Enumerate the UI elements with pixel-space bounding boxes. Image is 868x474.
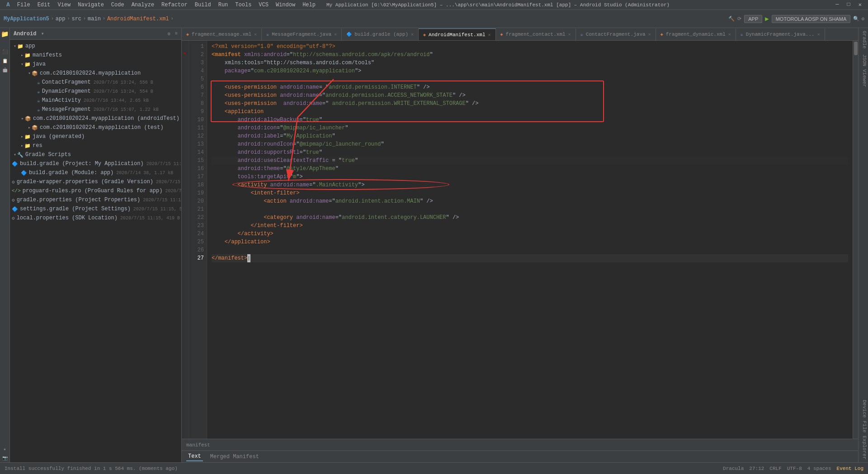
tree-label-res: res bbox=[33, 142, 42, 149]
tab-close-fragment-contact[interactable]: ✕ bbox=[568, 32, 571, 37]
breadcrumb-main[interactable]: main bbox=[88, 16, 101, 22]
menu-view[interactable]: View bbox=[55, 1, 73, 9]
tab-icon-fragment-message: ◈ bbox=[186, 32, 189, 37]
tab-label-fragment-message: fragment_message.xml bbox=[192, 32, 251, 37]
close-button[interactable]: ✕ bbox=[856, 0, 864, 9]
tab-close-build-gradle[interactable]: ✕ bbox=[411, 32, 414, 37]
tree-item-mainactivity[interactable]: ☕ MainActivity 2020/7/16 13:44, 2.65 kB bbox=[10, 96, 181, 105]
code-content[interactable]: <?xml version="1.0" encoding="utf-8"?> <… bbox=[207, 41, 853, 439]
tree-item-build-gradle-module[interactable]: 🔷 build.gradle (Module: app) 2020/7/14 3… bbox=[10, 168, 181, 177]
tree-item-manifests[interactable]: ▸ 📁 manifests bbox=[10, 51, 181, 60]
tab-close-messagefragment[interactable]: ✕ bbox=[334, 32, 337, 37]
toolbar-icon-sync[interactable]: ⟳ bbox=[737, 16, 741, 22]
tree-label-test: com.c201801020224.myapplication (test) bbox=[40, 124, 164, 131]
scrollbar-thumb[interactable] bbox=[854, 42, 858, 55]
tab-fragment-message[interactable]: ◈ fragment_message.xml ✕ bbox=[182, 28, 262, 40]
run-config-selector[interactable]: APP bbox=[744, 15, 762, 23]
tree-item-gradle-wrapper[interactable]: ⚙ gradle-wrapper.properties (Gradle Vers… bbox=[10, 177, 181, 186]
editor-scrollbar[interactable] bbox=[853, 41, 858, 439]
tab-build-gradle[interactable]: 🔷 build.gradle (app) ✕ bbox=[342, 28, 419, 40]
tree-item-app[interactable]: ▾ 📁 app bbox=[10, 42, 181, 51]
toolbar-icon-hammer[interactable]: 🔨 bbox=[728, 16, 735, 22]
right-panel-device[interactable]: Device File Explorer bbox=[859, 397, 868, 462]
tree-item-contactfragment[interactable]: ☕ ContactFragment 2020/7/16 13:24, 556 B bbox=[10, 78, 181, 87]
breadcrumb-src[interactable]: src bbox=[71, 16, 81, 22]
maximize-button[interactable]: □ bbox=[844, 0, 853, 9]
menu-build[interactable]: Build bbox=[192, 1, 214, 9]
tab-fragment-contact[interactable]: ◈ fragment_contact.xml ✕ bbox=[496, 28, 576, 40]
tab-contactfragment[interactable]: ☕ ContactFragment.java ✕ bbox=[576, 28, 656, 40]
minimize-button[interactable]: ─ bbox=[833, 0, 841, 9]
menu-vcs[interactable]: VCS bbox=[256, 1, 271, 9]
tree-item-dynamicfragment[interactable]: ☕ DynamicFragment 2020/7/16 13:24, 554 B bbox=[10, 87, 181, 96]
menu-analyze[interactable]: Analyze bbox=[129, 1, 157, 9]
menu-window[interactable]: Window bbox=[273, 1, 298, 9]
tab-messagefragment[interactable]: ☕ MessageFragment.java ✕ bbox=[262, 28, 342, 40]
tree-item-java[interactable]: ▾ 📁 java bbox=[10, 60, 181, 69]
tab-dynamicfragment[interactable]: ☕ DynamicFragment.java... ✕ bbox=[736, 28, 825, 40]
gutter-spacer-5 bbox=[182, 73, 189, 81]
status-encoding[interactable]: UTF-8 bbox=[787, 466, 802, 471]
status-indent[interactable]: 4 spaces bbox=[807, 466, 831, 471]
sidebar-project-icon[interactable]: 📁 bbox=[1, 30, 9, 38]
sidebar-structure-icon[interactable]: ⬛ bbox=[1, 48, 9, 56]
tree-item-res[interactable]: ▸ 📁 res bbox=[10, 141, 181, 150]
tree-item-test[interactable]: ▸ 📦 com.c201801020224.myapplication (tes… bbox=[10, 123, 181, 132]
tree-item-gradle-properties[interactable]: ⚙ gradle.properties (Project Properties)… bbox=[10, 195, 181, 204]
tab-androidmanifest[interactable]: ◈ AndroidManifest.xml ✕ bbox=[419, 28, 495, 40]
tree-item-androidtest[interactable]: ▸ 📦 com.c201801020224.myapplication (and… bbox=[10, 114, 181, 123]
project-dropdown-icon[interactable]: ▾ bbox=[41, 30, 44, 37]
tree-item-local-properties[interactable]: ⚙ local.properties (SDK Location) 2020/7… bbox=[10, 213, 181, 223]
sidebar-android-icon[interactable]: 🤖 bbox=[1, 66, 9, 74]
tab-close-dynamicfragment[interactable]: ✕ bbox=[817, 32, 820, 37]
sidebar-favorites-icon[interactable]: ★ bbox=[1, 445, 9, 453]
tab-close-fragment-message[interactable]: ✕ bbox=[254, 32, 257, 37]
tab-close-fragment-dynamic[interactable]: ✕ bbox=[728, 32, 731, 37]
menu-navigate[interactable]: Navigate bbox=[75, 1, 107, 9]
folder-icon-res: 📁 bbox=[24, 143, 31, 149]
tree-arrow-manifests: ▸ bbox=[21, 52, 24, 58]
project-panel-icon2[interactable]: ≡ bbox=[175, 31, 178, 36]
status-event-log[interactable]: Event Log bbox=[837, 466, 863, 471]
menu-file[interactable]: File bbox=[14, 1, 33, 9]
tab-close-contactfragment[interactable]: ✕ bbox=[648, 32, 651, 37]
breadcrumb-project[interactable]: MyApplication5 bbox=[4, 16, 49, 22]
tree-item-messagefragment[interactable]: ☕ MessageFragment 2020/7/16 15:07, 1.22 … bbox=[10, 105, 181, 114]
gradle-icon-module: 🔷 bbox=[21, 170, 27, 176]
right-panel-gradle[interactable]: Gradle bbox=[859, 28, 868, 52]
toolbar-search-icon[interactable]: 🔍 bbox=[853, 16, 859, 22]
menu-tools[interactable]: Tools bbox=[232, 1, 254, 9]
menu-code[interactable]: Code bbox=[108, 1, 127, 9]
code-editor[interactable]: ● 1 2 3 4 5 6 7 bbox=[182, 41, 858, 462]
tab-fragment-dynamic[interactable]: ◈ fragment_dynamic.xml ✕ bbox=[656, 28, 736, 40]
menu-refactor[interactable]: Refactor bbox=[159, 1, 190, 9]
menu-edit[interactable]: Edit bbox=[35, 1, 53, 9]
status-theme[interactable]: Dracula bbox=[723, 466, 744, 471]
tab-merged-manifest[interactable]: Merged Manifest bbox=[208, 453, 261, 461]
line-num-7: 7 bbox=[189, 91, 204, 100]
sidebar-resource-icon[interactable]: 📋 bbox=[1, 57, 9, 65]
tree-item-build-gradle-project[interactable]: 🔷 build.gradle (Project: My Application)… bbox=[10, 159, 181, 168]
menu-run[interactable]: Run bbox=[216, 1, 231, 9]
right-panel-json[interactable]: JSON Viewer bbox=[859, 52, 868, 90]
breadcrumb-app[interactable]: app bbox=[56, 16, 66, 22]
status-line-sep[interactable]: CRLF bbox=[769, 466, 781, 471]
tree-item-proguard[interactable]: </> proguard-rules.pro (ProGuard Rules f… bbox=[10, 186, 181, 195]
tab-close-androidmanifest[interactable]: ✕ bbox=[488, 32, 491, 38]
line-num-6: 6 bbox=[189, 83, 204, 91]
tab-text-mode[interactable]: Text bbox=[186, 452, 203, 461]
tree-item-settings-gradle[interactable]: 🔷 settings.gradle (Project Settings) 202… bbox=[10, 204, 181, 213]
code-line-8: <uses-permission android:name=" android.… bbox=[212, 100, 848, 108]
toolbar-run-icon[interactable]: ▶ bbox=[765, 15, 769, 23]
sidebar-capture-icon[interactable]: 📷 bbox=[1, 454, 9, 462]
menu-help[interactable]: Help bbox=[300, 1, 318, 9]
toolbar-settings-icon[interactable]: ⚙ bbox=[861, 16, 864, 22]
tree-item-java-generated[interactable]: ▸ 📁 java (generated) bbox=[10, 132, 181, 141]
gradle-icon-project: 🔷 bbox=[12, 161, 18, 167]
line-num-24: 24 bbox=[189, 230, 204, 238]
tree-item-gradle-scripts[interactable]: ▾ 🔧 Gradle Scripts bbox=[10, 150, 181, 159]
tree-item-package-main[interactable]: ▾ 📦 com.c201801020224.myapplication bbox=[10, 69, 181, 78]
device-selector[interactable]: MOTOROLA AOSP ON SHAMA bbox=[772, 15, 851, 23]
breadcrumb-manifest[interactable]: AndroidManifest.xml bbox=[107, 16, 169, 22]
project-panel-icon1[interactable]: ⚙ bbox=[168, 31, 170, 37]
